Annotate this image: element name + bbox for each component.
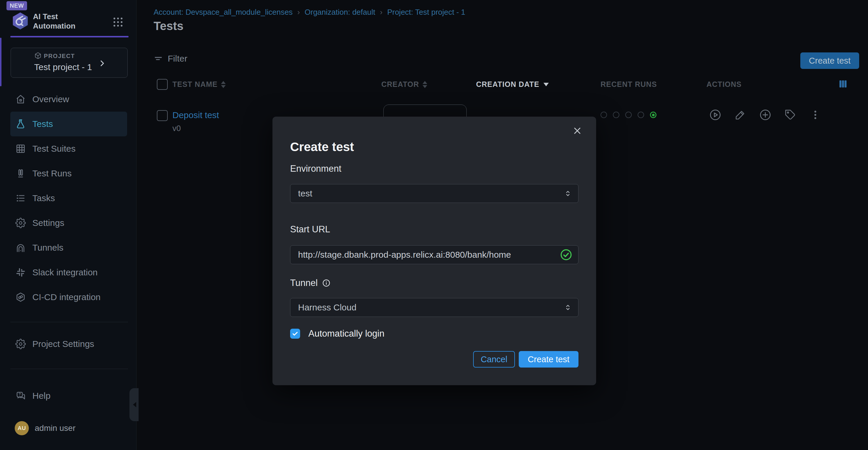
help-button[interactable]: ? Help (15, 391, 51, 401)
create-test-button[interactable]: Create test (800, 52, 859, 69)
help-chat-icon: ? (15, 391, 26, 401)
environment-label: Environment (290, 163, 341, 174)
valid-check-icon (560, 249, 572, 261)
sidebar-item-label: Tasks (32, 193, 55, 203)
filter-icon (154, 54, 163, 63)
breadcrumb-account[interactable]: Account: Devspace_all_module_licenses (154, 8, 293, 17)
column-header-creator[interactable]: CREATOR (381, 80, 427, 89)
select-stepper-icon (563, 189, 572, 198)
sort-icons (423, 81, 427, 88)
sort-desc-icon (544, 83, 549, 86)
sidebar-item-project-settings[interactable]: Project Settings (10, 332, 127, 356)
edit-icon[interactable] (734, 108, 747, 121)
tunnel-label-text: Tunnel (290, 277, 318, 289)
row-actions (709, 108, 822, 121)
sidebar-item-tests[interactable]: Tests (10, 112, 127, 136)
sidebar-item-label: Overview (32, 94, 69, 104)
run-status-dot[interactable] (638, 112, 644, 118)
run-test-icon[interactable] (709, 108, 722, 121)
app-logo-icon[interactable] (10, 11, 30, 31)
breadcrumb-separator: › (298, 8, 300, 17)
sidebar-item-test-runs[interactable]: Test Runs (10, 161, 127, 186)
filter-button[interactable]: Filter (154, 54, 187, 64)
sidebar-item-label: CI-CD integration (32, 292, 101, 302)
column-label: CREATOR (381, 80, 419, 89)
breadcrumb: Account: Devspace_all_module_licenses › … (154, 8, 465, 17)
column-label: CREATION DATE (476, 80, 539, 89)
select-stepper-icon (563, 303, 572, 312)
environment-select[interactable]: test (290, 184, 579, 203)
modal-create-test-button[interactable]: Create test (519, 351, 579, 368)
start-url-value: http://stage.dbank.prod-apps.relicx.ai:8… (298, 250, 560, 260)
slack-icon (15, 267, 26, 278)
avatar: AU (15, 421, 29, 435)
app-name: AI Test Automation (33, 12, 92, 31)
sidebar-item-cicd-integration[interactable]: CI-CD integration (10, 285, 127, 310)
page-title: Tests (154, 20, 184, 33)
more-options-icon[interactable] (809, 108, 822, 121)
sidebar-scrollbar[interactable] (0, 38, 1, 86)
close-icon[interactable] (570, 124, 584, 138)
breadcrumb-project[interactable]: Project: Test project - 1 (387, 8, 465, 17)
sidebar-item-label: Test Suites (32, 144, 75, 154)
gear-icon (15, 218, 26, 228)
create-test-modal: Create test Environment test Start URL h… (273, 117, 596, 385)
tag-icon[interactable] (784, 108, 797, 121)
tunnel-select[interactable]: Harness Cloud (290, 298, 579, 317)
sidebar-collapse-handle[interactable] (129, 388, 138, 421)
cancel-button[interactable]: Cancel (473, 351, 515, 368)
recent-runs (600, 112, 656, 118)
column-settings-icon[interactable] (838, 79, 848, 89)
auto-login-label: Automatically login (308, 328, 384, 339)
filter-label: Filter (168, 54, 187, 64)
auto-login-row[interactable]: Automatically login (290, 328, 384, 339)
sidebar-item-test-suites[interactable]: Test Suites (10, 136, 127, 161)
sidebar-item-settings[interactable]: Settings (10, 210, 127, 235)
chevron-right-icon (98, 59, 106, 67)
run-status-dot-passed[interactable] (650, 112, 656, 118)
sidebar-divider (10, 369, 128, 369)
cube-icon (34, 52, 41, 59)
flask-icon (15, 119, 26, 129)
columns-icon (15, 168, 26, 179)
test-version: v0 (173, 124, 181, 133)
run-status-dot[interactable] (600, 112, 607, 118)
column-label: ACTIONS (707, 80, 742, 89)
breadcrumb-organization[interactable]: Organization: default (305, 8, 375, 17)
sidebar-footer: ? Help AU admin user (0, 385, 136, 450)
sidebar-item-label: Tests (32, 119, 53, 129)
sort-icons (221, 81, 226, 88)
module-switcher-icon[interactable] (112, 16, 124, 28)
user-name: admin user (35, 423, 75, 433)
sidebar-item-slack-integration[interactable]: Slack integration (10, 260, 127, 285)
project-selector[interactable]: PROJECT Test project - 1 (10, 48, 128, 78)
select-all-checkbox[interactable] (157, 79, 168, 90)
sidebar-item-tasks[interactable]: Tasks (10, 186, 127, 210)
home-icon (15, 94, 26, 105)
test-name-link[interactable]: Deposit test (173, 110, 219, 120)
info-icon[interactable] (322, 279, 331, 287)
run-status-dot[interactable] (613, 112, 619, 118)
column-label: TEST NAME (173, 80, 217, 89)
add-to-suite-icon[interactable] (759, 108, 772, 121)
tunnel-label: Tunnel (290, 277, 331, 289)
sidebar-item-overview[interactable]: Overview (10, 87, 127, 112)
hexagon-link-icon (15, 292, 26, 303)
brand-accent-rule (10, 36, 129, 37)
column-header-recent-runs: RECENT RUNS (600, 80, 657, 89)
grid-icon (15, 143, 26, 154)
task-list-icon (15, 193, 26, 203)
user-menu[interactable]: AU admin user (15, 421, 75, 435)
column-header-creation-date[interactable]: CREATION DATE (476, 80, 549, 89)
sidebar-divider (10, 322, 128, 322)
chevron-left-icon (130, 402, 136, 407)
start-url-input[interactable]: http://stage.dbank.prod-apps.relicx.ai:8… (290, 245, 579, 264)
row-checkbox[interactable] (157, 110, 168, 121)
auto-login-checkbox[interactable] (290, 329, 300, 339)
tunnel-icon (15, 243, 26, 253)
run-status-dot[interactable] (625, 112, 632, 118)
column-header-test-name[interactable]: TEST NAME (173, 80, 226, 89)
sidebar-item-tunnels[interactable]: Tunnels (10, 235, 127, 260)
tunnel-value: Harness Cloud (298, 303, 563, 312)
sidebar-item-label: Tunnels (32, 243, 64, 253)
